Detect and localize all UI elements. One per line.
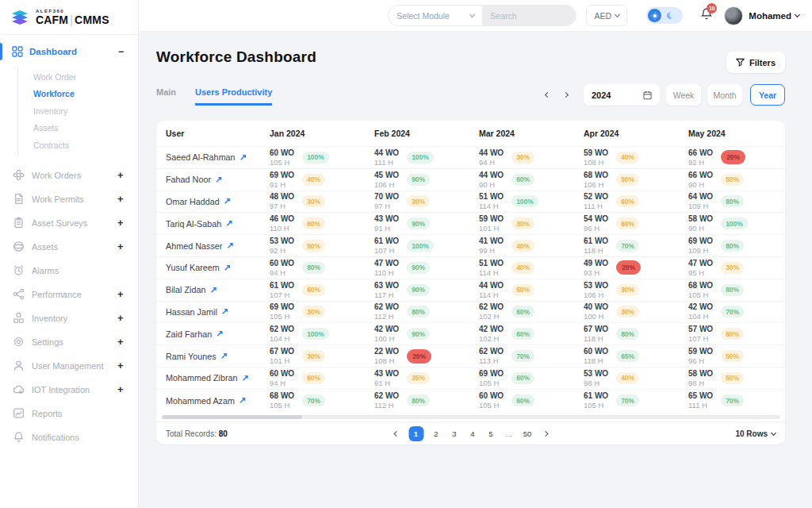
expand-plus-icon[interactable]: + bbox=[117, 383, 124, 395]
sidebar-subitem-work-order[interactable]: Work Order bbox=[18, 68, 138, 86]
chevron-down-icon bbox=[615, 12, 620, 17]
sidebar-item-inventory[interactable]: Inventory + bbox=[0, 306, 138, 330]
sidebar-item-iot-integration[interactable]: IOT Integration + bbox=[0, 378, 138, 402]
select-module-dropdown[interactable]: Select Module bbox=[389, 6, 482, 25]
user-menu[interactable]: Mohamed bbox=[749, 11, 799, 21]
work-orders-value: 53 WO bbox=[584, 281, 608, 290]
user-link[interactable]: Mohammed Zibran bbox=[166, 373, 238, 383]
year-picker[interactable]: 2024 bbox=[584, 84, 660, 106]
tab-main[interactable]: Main bbox=[156, 87, 176, 106]
horizontal-scrollbar[interactable] bbox=[159, 414, 782, 421]
open-user-icon[interactable]: ↗ bbox=[226, 241, 233, 251]
hours-value: 106 H bbox=[374, 180, 399, 189]
page-button-2[interactable]: 2 bbox=[431, 429, 442, 438]
user-link[interactable]: Yusuf Kareem bbox=[166, 263, 220, 272]
sidebar-item-notifications[interactable]: Notifications bbox=[0, 425, 138, 449]
hours-value: 114 H bbox=[479, 202, 504, 210]
prev-period-button[interactable] bbox=[542, 90, 553, 100]
sidebar-item-work-permits[interactable]: Work Permits + bbox=[0, 187, 138, 211]
total-records-value: 80 bbox=[219, 429, 228, 438]
open-user-icon[interactable]: ↗ bbox=[239, 395, 246, 406]
page-button-50[interactable]: 50 bbox=[522, 429, 533, 438]
sidebar-item-user-management[interactable]: User Management + bbox=[0, 354, 138, 378]
month-cell: 68 WO106 H50% bbox=[584, 171, 688, 189]
sidebar-subitem-inventory[interactable]: Inventory bbox=[18, 102, 138, 120]
user-link[interactable]: Fahad Noor bbox=[166, 175, 211, 184]
hours-value: 99 H bbox=[479, 246, 504, 255]
user-link[interactable]: Zaid Farhan bbox=[166, 329, 212, 339]
user-link[interactable]: Saeed Al-Rahman bbox=[166, 152, 236, 162]
rows-per-page-select[interactable]: 10 Rows bbox=[735, 429, 776, 438]
sidebar-item-dashboard[interactable]: Dashboard − bbox=[0, 41, 138, 62]
month-cell: 62 WO104 H100% bbox=[270, 325, 374, 343]
open-user-icon[interactable]: ↗ bbox=[242, 373, 249, 383]
sidebar-item-asset-surveys[interactable]: Asset Surveys + bbox=[0, 211, 138, 235]
user-name: Mohamed bbox=[749, 11, 791, 21]
theme-toggle[interactable] bbox=[646, 7, 683, 24]
user-link[interactable]: Hassan Jamil bbox=[166, 307, 217, 317]
expand-plus-icon[interactable]: + bbox=[117, 336, 124, 348]
user-link[interactable]: Mohammed Azam bbox=[166, 396, 235, 406]
open-user-icon[interactable]: ↗ bbox=[224, 196, 231, 206]
sidebar-subitem-contracts[interactable]: Contracts bbox=[18, 137, 138, 154]
page-button-4[interactable]: 4 bbox=[467, 429, 478, 438]
expand-plus-icon[interactable]: + bbox=[117, 217, 124, 229]
week-button[interactable]: Week bbox=[666, 84, 701, 106]
hours-value: 118 H bbox=[584, 246, 608, 255]
work-orders-value: 64 WO bbox=[688, 192, 713, 201]
open-user-icon[interactable]: ↗ bbox=[216, 329, 223, 339]
sidebar-item-work-orders[interactable]: Work Orders + bbox=[0, 164, 138, 187]
currency-dropdown[interactable]: AED bbox=[586, 5, 627, 26]
expand-plus-icon[interactable]: + bbox=[117, 193, 124, 205]
sidebar-item-settings[interactable]: Settings + bbox=[0, 330, 138, 354]
work-orders-value: 62 WO bbox=[374, 391, 399, 400]
page-next-button[interactable] bbox=[540, 429, 550, 439]
tab-users-productivity[interactable]: Users Productivity bbox=[195, 87, 272, 106]
scrollbar-thumb[interactable] bbox=[163, 415, 302, 419]
page-title: Workforce Dashboard bbox=[156, 48, 316, 66]
sidebar-subitem-assets[interactable]: Assets bbox=[18, 120, 138, 137]
notifications-bell[interactable]: 10 bbox=[700, 7, 713, 24]
work-orders-value: 52 WO bbox=[584, 192, 608, 201]
user-avatar[interactable] bbox=[724, 6, 743, 25]
user-link[interactable]: Bilal Zidan bbox=[166, 285, 205, 294]
open-user-icon[interactable]: ↗ bbox=[225, 218, 232, 229]
expand-plus-icon[interactable]: + bbox=[117, 312, 124, 324]
open-user-icon[interactable]: ↗ bbox=[209, 285, 216, 295]
sidebar-item-assets[interactable]: Assets + bbox=[0, 235, 138, 259]
filters-label: Filters bbox=[749, 58, 776, 67]
month-button[interactable]: Month bbox=[707, 84, 742, 106]
open-user-icon[interactable]: ↗ bbox=[224, 263, 231, 273]
expand-plus-icon[interactable]: + bbox=[117, 360, 124, 371]
completion-badge: 30% bbox=[616, 306, 639, 318]
expand-plus-icon[interactable]: + bbox=[117, 288, 124, 300]
page-prev-button[interactable] bbox=[391, 429, 401, 439]
page-button-3[interactable]: 3 bbox=[449, 429, 460, 438]
year-button[interactable]: Year bbox=[750, 84, 785, 106]
user-link[interactable]: Rami Younes bbox=[166, 352, 216, 361]
open-user-icon[interactable]: ↗ bbox=[221, 306, 228, 317]
page-button-1[interactable]: 1 bbox=[408, 426, 423, 441]
sidebar-item-reports[interactable]: Reports bbox=[0, 402, 138, 425]
open-user-icon[interactable]: ↗ bbox=[215, 175, 222, 185]
open-user-icon[interactable]: ↗ bbox=[220, 351, 228, 361]
page-button-5[interactable]: 5 bbox=[485, 429, 496, 438]
sidebar-item-alarms[interactable]: Alarms bbox=[0, 259, 138, 283]
filters-button[interactable]: Filters bbox=[726, 52, 785, 73]
brand-logo[interactable]: ALEF360 CAFM|CMMS bbox=[0, 0, 138, 35]
user-link[interactable]: Omar Haddad bbox=[166, 197, 220, 206]
completion-badge: 80% bbox=[407, 306, 430, 318]
collapse-minus-icon[interactable]: − bbox=[118, 46, 124, 57]
table-row: Ahmed Nasser ↗ 53 WO92 H50%61 WO107 H100… bbox=[156, 235, 785, 257]
open-user-icon[interactable]: ↗ bbox=[239, 152, 247, 163]
expand-plus-icon[interactable]: + bbox=[117, 169, 124, 181]
search-input[interactable] bbox=[490, 11, 568, 21]
user-link[interactable]: Ahmed Nasser bbox=[166, 241, 222, 251]
completion-badge: 30% bbox=[721, 262, 744, 274]
completion-badge: 70% bbox=[721, 306, 744, 318]
next-period-button[interactable] bbox=[561, 90, 571, 100]
sidebar-subitem-workforce[interactable]: Workforce bbox=[18, 86, 138, 103]
expand-plus-icon[interactable]: + bbox=[117, 241, 124, 252]
user-link[interactable]: Tariq Al-Sabah bbox=[166, 219, 221, 229]
sidebar-item-performance[interactable]: Performance + bbox=[0, 283, 138, 306]
